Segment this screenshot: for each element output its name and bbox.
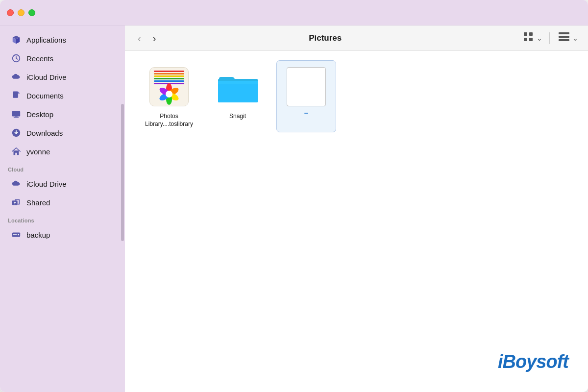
svg-rect-1	[13, 92, 18, 98]
empty-folder-icon-wrap	[284, 65, 328, 109]
file-label	[304, 113, 308, 114]
home-icon	[11, 146, 22, 157]
photos-icon-svg	[150, 68, 188, 106]
grid-view-icon[interactable]	[521, 29, 536, 47]
list-view-icon[interactable]	[557, 30, 571, 46]
downloads-icon	[11, 127, 22, 138]
sidebar-item-label: Shared	[26, 198, 50, 207]
svg-rect-32	[218, 81, 258, 84]
sidebar-item-label: iCloud Drive	[26, 73, 67, 81]
main-content: Applications Recents	[0, 25, 588, 392]
file-grid: PhotosLibrary....toslibrary	[125, 51, 588, 392]
locations-section-label: Locations	[0, 212, 125, 225]
svg-rect-19	[154, 71, 184, 72]
sidebar-item-icloud-drive-cloud[interactable]: iCloud Drive	[3, 175, 122, 193]
view-toggle: ⌄	[521, 29, 542, 47]
icloud-icon	[11, 72, 22, 82]
snagit-icon-wrap	[216, 65, 260, 109]
sidebar-item-desktop[interactable]: Desktop	[3, 105, 122, 123]
sidebar-item-label: backup	[26, 231, 50, 239]
empty-file-preview	[287, 67, 326, 106]
sidebar-item-backup[interactable]: backup	[3, 226, 122, 244]
sidebar: Applications Recents	[0, 25, 125, 392]
svg-rect-22	[154, 78, 184, 79]
traffic-lights	[7, 9, 35, 16]
svg-point-31	[166, 91, 172, 98]
sidebar-item-label: Recents	[26, 54, 53, 63]
sidebar-item-label: Downloads	[26, 129, 63, 137]
shared-icon	[11, 197, 22, 208]
sidebar-item-label: iCloud Drive	[26, 180, 67, 188]
svg-rect-14	[529, 38, 533, 41]
view-chevron-icon[interactable]: ⌄	[537, 34, 542, 42]
photos-icon-bg	[149, 67, 189, 106]
list-chevron-icon[interactable]: ⌄	[572, 34, 578, 42]
sidebar-item-recents[interactable]: Recents	[3, 49, 122, 67]
svg-rect-17	[559, 39, 569, 41]
toolbar-right: ⌄ ⌄	[521, 29, 578, 47]
photos-library-icon-wrap	[147, 65, 191, 109]
cloud-section-label: Cloud	[0, 161, 125, 174]
file-item-empty-folder[interactable]	[277, 61, 336, 132]
content-pane: ‹ › Pictures ⌄	[125, 25, 588, 392]
recents-icon	[11, 53, 22, 64]
finder-window: Applications Recents	[0, 0, 588, 392]
close-button[interactable]	[7, 9, 14, 16]
sidebar-item-applications[interactable]: Applications	[3, 31, 122, 49]
sidebar-item-label: yvonne	[26, 147, 50, 156]
watermark-text: iBoysoft	[498, 351, 568, 372]
svg-rect-23	[154, 80, 184, 82]
svg-rect-12	[529, 32, 533, 36]
file-label: Snagit	[229, 113, 246, 121]
sidebar-item-documents[interactable]: Documents	[3, 87, 122, 104]
documents-icon	[11, 90, 22, 101]
svg-rect-21	[154, 75, 184, 77]
iboysoft-watermark: iBoysoft	[498, 351, 568, 372]
minimize-button[interactable]	[18, 9, 24, 16]
file-item-photos-library[interactable]: PhotosLibrary....toslibrary	[140, 61, 198, 132]
sidebar-item-label: Desktop	[26, 110, 53, 119]
sidebar-scrollbar	[121, 104, 124, 241]
sidebar-item-shared[interactable]: Shared	[3, 194, 122, 211]
toolbar: ‹ › Pictures ⌄	[125, 25, 588, 51]
sidebar-item-home[interactable]: yvonne	[3, 143, 122, 160]
sidebar-item-label: Documents	[26, 92, 64, 100]
svg-rect-13	[524, 38, 527, 41]
titlebar	[0, 0, 588, 25]
maximize-button[interactable]	[28, 9, 35, 16]
svg-rect-16	[559, 36, 569, 38]
toolbar-title: Pictures	[135, 33, 515, 43]
file-label: PhotosLibrary....toslibrary	[145, 113, 193, 128]
file-item-snagit[interactable]: Snagit	[208, 61, 267, 132]
svg-point-9	[18, 234, 19, 236]
sidebar-item-icloud-drive[interactable]: iCloud Drive	[3, 68, 122, 86]
toolbar-divider	[549, 32, 550, 44]
drive-icon	[11, 229, 22, 240]
desktop-icon	[11, 109, 22, 120]
icloud-icon-2	[11, 178, 22, 189]
svg-rect-20	[154, 73, 184, 74]
svg-rect-3	[12, 111, 20, 117]
folder-icon-svg	[217, 69, 259, 104]
applications-icon	[11, 34, 22, 45]
sidebar-item-downloads[interactable]: Downloads	[3, 124, 122, 142]
sidebar-item-label: Applications	[26, 36, 66, 44]
list-view-toggle: ⌄	[557, 30, 578, 46]
svg-rect-11	[524, 32, 527, 36]
svg-rect-15	[559, 32, 569, 34]
